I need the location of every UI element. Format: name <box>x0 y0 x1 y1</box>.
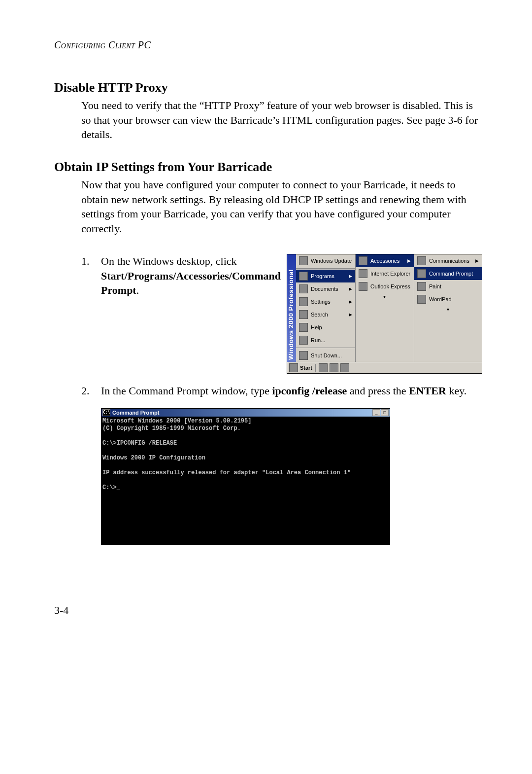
window-title: Command Prompt <box>112 410 159 416</box>
folder-icon <box>417 256 426 265</box>
menu-command-prompt[interactable]: Command Prompt <box>414 267 482 280</box>
menu-help-label: Help <box>311 324 322 330</box>
step-2-number: 2. <box>81 384 101 398</box>
run-icon <box>299 336 308 345</box>
start-menu-column-accessories: Communications▶ Command Prompt Paint Wor… <box>414 254 482 362</box>
ie-icon <box>359 269 367 278</box>
start-menu-stripe: Windows 2000 Professional <box>287 254 296 362</box>
menu-search[interactable]: Search▶ <box>296 308 355 321</box>
window-titlebar: C:\ Command Prompt _ □ <box>101 409 390 417</box>
menu-documents[interactable]: Documents▶ <box>296 282 355 295</box>
section-disable-proxy-body: You need to verify that the “HTTP Proxy”… <box>81 98 478 142</box>
step-1-bold: Start/Programs/Accessories/Command Promp… <box>101 270 281 297</box>
chevron-down-icon[interactable]: ▾ <box>414 306 482 313</box>
section-obtain-ip-title: Obtain IP Settings from Your Barricade <box>54 160 478 175</box>
menu-internet-explorer[interactable]: Internet Explorer <box>356 267 414 280</box>
folder-icon <box>359 256 367 265</box>
start-menu-column-main: Windows Update Programs▶ Documents▶ Sett… <box>296 254 356 362</box>
quicklaunch-icon[interactable] <box>340 363 349 372</box>
cmd-icon <box>417 269 426 278</box>
chevron-right-icon: ▶ <box>349 274 352 279</box>
chevron-right-icon: ▶ <box>349 286 352 291</box>
step-2-mid: and press the <box>347 385 409 397</box>
maximize-button[interactable]: □ <box>381 409 389 416</box>
menu-programs[interactable]: Programs▶ <box>296 270 355 282</box>
menu-help[interactable]: Help <box>296 321 355 334</box>
help-icon <box>299 323 308 332</box>
menu-windows-update-label: Windows Update <box>311 258 352 264</box>
step-2-pre: In the Command Prompt window, type <box>101 385 272 397</box>
outlook-icon <box>359 282 367 291</box>
shutdown-icon <box>299 351 308 360</box>
quicklaunch-icon[interactable] <box>330 363 338 372</box>
menu-paint[interactable]: Paint <box>414 280 482 293</box>
menu-settings[interactable]: Settings▶ <box>296 295 355 308</box>
section-obtain-ip-body: Now that you have configured your comput… <box>81 177 478 236</box>
menu-wordpad[interactable]: WordPad <box>414 293 482 306</box>
menu-ie-label: Internet Explorer <box>370 271 410 277</box>
menu-windows-update[interactable]: Windows Update <box>296 254 355 267</box>
section-disable-proxy-title: Disable HTTP Proxy <box>54 80 478 95</box>
menu-accessories-label: Accessories <box>370 258 399 264</box>
step-1-post: . <box>136 284 139 296</box>
taskbar: Start <box>287 362 482 373</box>
chevron-right-icon: ▶ <box>475 258 479 263</box>
menu-paint-label: Paint <box>429 283 441 289</box>
documents-icon <box>299 284 308 293</box>
command-prompt-output: Microsoft Windows 2000 [Version 5.00.219… <box>101 417 390 544</box>
start-menu-column-programs: Accessories▶ Internet Explorer Outlook E… <box>356 254 414 362</box>
menu-wordpad-label: WordPad <box>429 296 452 302</box>
start-button[interactable]: Start <box>300 365 312 371</box>
settings-icon <box>299 297 308 306</box>
menu-documents-label: Documents <box>311 286 338 292</box>
start-menu-screenshot: Windows 2000 Professional Windows Update… <box>287 254 482 374</box>
programs-icon <box>299 272 308 281</box>
menu-communications[interactable]: Communications▶ <box>414 254 482 267</box>
wordpad-icon <box>417 295 426 304</box>
chevron-right-icon: ▶ <box>407 258 411 263</box>
menu-communications-label: Communications <box>429 258 469 264</box>
search-icon <box>299 310 308 319</box>
step-2-post: key. <box>446 385 466 397</box>
menu-accessories[interactable]: Accessories▶ <box>356 254 414 267</box>
menu-shutdown-label: Shut Down... <box>311 352 342 358</box>
chevron-right-icon: ▶ <box>349 299 352 304</box>
step-2-bold1: ipconfig /release <box>272 385 347 397</box>
cmd-titlebar-icon: C:\ <box>102 409 110 416</box>
page-number: 3-4 <box>54 604 478 617</box>
running-head: Configuring Client PC <box>54 39 478 51</box>
menu-settings-label: Settings <box>311 299 331 305</box>
menu-outlook-label: Outlook Express <box>370 283 410 289</box>
step-2-bold2: ENTER <box>409 385 446 397</box>
menu-outlook-express[interactable]: Outlook Express <box>356 280 414 293</box>
step-1-pre: On the Windows desktop, click <box>101 255 237 267</box>
windows-update-icon <box>299 256 308 265</box>
menu-programs-label: Programs <box>311 273 334 279</box>
minimize-button[interactable]: _ <box>372 409 380 416</box>
quicklaunch-icon[interactable] <box>319 363 328 372</box>
chevron-right-icon: ▶ <box>349 312 352 317</box>
chevron-down-icon[interactable]: ▾ <box>356 293 414 300</box>
menu-shutdown[interactable]: Shut Down... <box>296 349 355 362</box>
command-prompt-screenshot: C:\ Command Prompt _ □ Microsoft Windows… <box>101 408 390 545</box>
step-1-number: 1. <box>81 254 101 374</box>
menu-command-prompt-label: Command Prompt <box>429 271 473 277</box>
menu-search-label: Search <box>311 312 328 317</box>
menu-run-label: Run... <box>311 337 325 343</box>
paint-icon <box>417 282 426 291</box>
menu-run[interactable]: Run... <box>296 334 355 347</box>
start-flag-icon <box>289 363 298 372</box>
